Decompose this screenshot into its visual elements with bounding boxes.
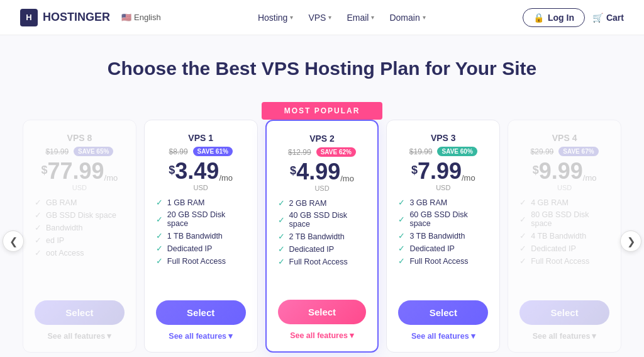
check-icon: ✓ (278, 232, 285, 241)
see-features-label: See all features (290, 331, 348, 340)
select-button[interactable]: Select (35, 300, 125, 325)
nav-domain[interactable]: Domain ▾ (389, 13, 425, 23)
login-button[interactable]: 🔒 Log In (523, 8, 585, 27)
feature-text: Bandwidth (46, 224, 82, 232)
price-row: $19.99 SAVE 60% (409, 147, 477, 156)
see-all-features[interactable]: See all features ▾ (533, 331, 597, 341)
feature-text: Full Root Access (167, 257, 226, 266)
feature-text: GB SSD Disk space (46, 211, 116, 220)
plan-name: VPS 3 (431, 133, 456, 143)
nav-email[interactable]: Email ▾ (347, 13, 374, 23)
feature-text: 4 TB Bandwidth (531, 232, 586, 241)
prev-arrow-button[interactable]: ❮ (3, 230, 24, 252)
feature-text: Dedicated IP (531, 244, 576, 253)
plans-grid: VPS 8 $19.99 SAVE 65% $ 77.99 /mo USD ✓ … (23, 120, 621, 357)
features-list: ✓ 3 GB RAM ✓ 60 GB SSD Disk space ✓ 3 TB… (398, 198, 488, 269)
chevron-left-icon: ❮ (9, 235, 18, 247)
chevron-down-icon: ▾ (350, 331, 354, 340)
chevron-down-icon: ▾ (328, 14, 331, 21)
main-nav: Hosting ▾ VPS ▾ Email ▾ Domain ▾ (258, 13, 426, 23)
usd-label: USD (72, 184, 87, 191)
nav-vps[interactable]: VPS ▾ (308, 13, 331, 23)
features-list: ✓ 4 GB RAM ✓ 80 GB SSD Disk space ✓ 4 TB… (519, 198, 609, 269)
check-icon: ✓ (156, 215, 163, 224)
check-icon: ✓ (278, 198, 285, 208)
price-amount: 9.99 (539, 160, 583, 183)
navbar-right: 🔒 Log In 🛒 Cart (523, 8, 624, 27)
check-icon: ✓ (35, 248, 42, 258)
see-all-features[interactable]: See all features ▾ (48, 331, 112, 341)
check-icon: ✓ (519, 215, 526, 224)
feature-item: ✓ Dedicated IP (398, 244, 488, 253)
plan-card-vps1: VPS 1 $8.99 SAVE 61% $ 3.49 /mo USD ✓ 1 … (144, 120, 258, 353)
check-icon: ✓ (398, 215, 405, 224)
feature-item: ✓ 2 GB RAM (278, 198, 367, 208)
feature-text: 20 GB SSD Disk space (167, 210, 246, 228)
feature-item: ✓ Bandwidth (35, 223, 125, 232)
logo[interactable]: H HOSTINGER (20, 9, 110, 26)
old-price: $19.99 (45, 147, 69, 156)
old-price: $8.99 (169, 147, 188, 156)
see-all-features[interactable]: See all features ▾ (411, 331, 475, 341)
feature-text: Full Root Access (289, 258, 348, 266)
check-icon: ✓ (156, 256, 163, 266)
feature-item: ✓ 3 TB Bandwidth (398, 231, 488, 241)
select-button[interactable]: Select (398, 300, 488, 325)
select-button[interactable]: Select (519, 300, 609, 325)
plan-name: VPS 1 (188, 133, 213, 143)
feature-text: 80 GB SSD Disk space (531, 210, 609, 228)
feature-item: ✓ Full Root Access (278, 257, 367, 266)
main-price: $ 77.99 /mo (42, 160, 118, 183)
select-button[interactable]: Select (278, 300, 367, 324)
price-row: $29.99 SAVE 67% (531, 147, 599, 156)
currency-symbol: $ (533, 164, 539, 177)
check-icon: ✓ (35, 223, 42, 232)
chevron-right-icon: ❯ (627, 235, 635, 247)
old-price: $19.99 (409, 147, 433, 156)
feature-text: 2 GB RAM (289, 199, 327, 208)
navbar-left: H HOSTINGER 🇺🇸 English (20, 9, 161, 26)
feature-item: ✓ 3 GB RAM (398, 198, 488, 207)
most-popular-wrap: MOST POPULAR (0, 102, 644, 120)
price-amount: 4.99 (296, 161, 340, 183)
see-features-label: See all features (533, 332, 591, 341)
feature-item: ✓ Dedicated IP (278, 244, 367, 254)
feature-item: ✓ 1 GB RAM (156, 198, 246, 207)
features-list: ✓ 1 GB RAM ✓ 20 GB SSD Disk space ✓ 1 TB… (156, 198, 246, 269)
chevron-down-icon: ▾ (371, 14, 374, 21)
logo-text: HOSTINGER (43, 11, 110, 24)
check-icon: ✓ (156, 244, 163, 253)
check-icon: ✓ (519, 198, 526, 207)
feature-item: ✓ 80 GB SSD Disk space (519, 210, 609, 228)
nav-hosting[interactable]: Hosting ▾ (258, 13, 293, 23)
feature-text: 60 GB SSD Disk space (409, 210, 488, 228)
check-icon: ✓ (156, 231, 163, 241)
currency-symbol: $ (169, 164, 175, 177)
price-amount: 77.99 (48, 160, 104, 183)
check-icon: ✓ (519, 244, 526, 253)
check-icon: ✓ (398, 256, 405, 266)
chevron-down-icon: ▾ (471, 331, 475, 341)
feature-item: ✓ oot Access (35, 248, 125, 258)
plan-name: VPS 4 (552, 133, 577, 143)
feature-item: ✓ Full Root Access (156, 256, 246, 266)
lock-icon: 🔒 (533, 13, 544, 23)
select-button[interactable]: Select (156, 300, 246, 325)
feature-text: Full Root Access (531, 257, 589, 266)
see-all-features[interactable]: See all features ▾ (290, 331, 354, 340)
cart-button[interactable]: 🛒 Cart (592, 13, 624, 23)
language-selector[interactable]: 🇺🇸 English (121, 13, 161, 22)
usd-label: USD (557, 184, 572, 191)
check-icon: ✓ (398, 198, 405, 207)
feature-item: ✓ Full Root Access (519, 256, 609, 266)
check-icon: ✓ (35, 198, 42, 207)
save-badge: SAVE 65% (74, 147, 113, 156)
main-price: $ 7.99 /mo (411, 160, 475, 183)
most-popular-badge: MOST POPULAR (262, 102, 383, 120)
per-month-label: /mo (583, 173, 597, 183)
currency-symbol: $ (290, 164, 296, 178)
main-price: $ 9.99 /mo (533, 160, 597, 183)
next-arrow-button[interactable]: ❯ (620, 230, 641, 252)
save-badge: SAVE 67% (558, 147, 598, 156)
see-all-features[interactable]: See all features ▾ (169, 331, 233, 341)
